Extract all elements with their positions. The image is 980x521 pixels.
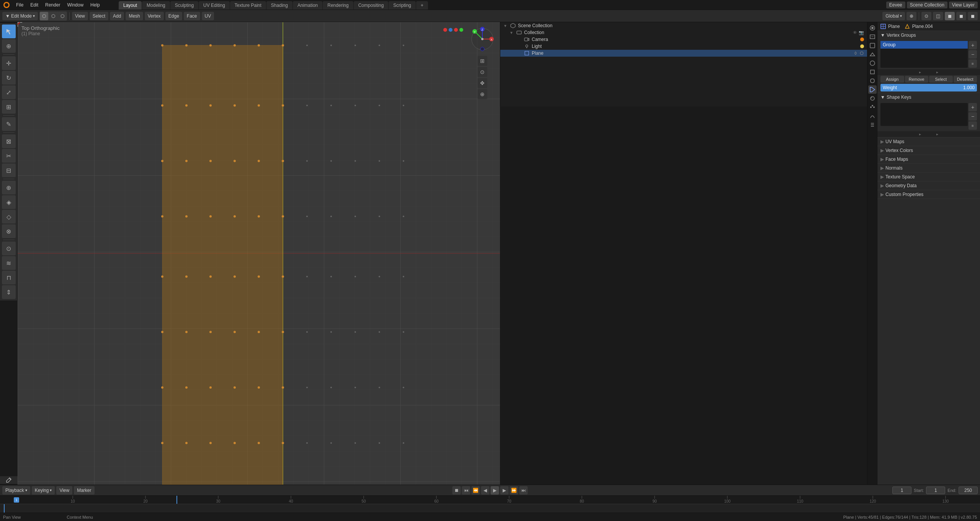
menu-window[interactable]: Window: [64, 2, 87, 8]
edge-mode-btn[interactable]: ⬡: [49, 12, 57, 20]
prop-tab-constraints[interactable]: [868, 121, 877, 129]
prop-tab-output[interactable]: [868, 33, 877, 41]
assign-btn[interactable]: Assign: [880, 76, 904, 83]
scene-selector[interactable]: Scene Collection: [907, 2, 947, 8]
bridge-tool-btn[interactable]: ⊗: [2, 224, 16, 238]
workspace-tab-sculpting[interactable]: Sculpting: [170, 1, 198, 10]
pan-btn[interactable]: ✥: [477, 78, 487, 88]
prev-keyframe-btn[interactable]: ⏪: [472, 486, 480, 495]
grid-view-btn[interactable]: ⊞: [477, 56, 487, 66]
next-frame-btn[interactable]: ▶: [500, 486, 509, 495]
remove-btn[interactable]: Remove: [905, 76, 929, 83]
viewport-3d[interactable]: Top Orthographic (1) Plane X Y Z ⊞: [18, 22, 500, 485]
uv-menu[interactable]: UV: [202, 12, 214, 20]
vertex-group-item-group[interactable]: Group: [880, 41, 968, 49]
vertex-groups-header[interactable]: ▼ Vertex Groups: [877, 31, 980, 39]
vg-list-expand-icon[interactable]: ▸: [919, 70, 921, 74]
vg-list-collapse-icon[interactable]: ▸: [936, 70, 938, 74]
prop-tab-data[interactable]: [868, 85, 877, 94]
collection-render-icon[interactable]: 📷: [859, 30, 864, 35]
jump-start-btn[interactable]: ⏮: [462, 486, 470, 495]
deselect-btn[interactable]: Deselect: [954, 76, 977, 83]
workspace-tab-scripting[interactable]: Scripting: [389, 1, 416, 10]
prev-frame-btn[interactable]: ◀: [481, 486, 490, 495]
blender-logo[interactable]: [2, 1, 11, 9]
shape-keys-header[interactable]: ▼ Shape Keys: [877, 93, 980, 101]
collection-eye-icon[interactable]: 👁: [853, 30, 857, 35]
prop-tab-material[interactable]: [868, 94, 877, 103]
prop-tab-physics[interactable]: [868, 112, 877, 120]
plane-visibility-icon[interactable]: [853, 51, 858, 56]
mode-selector[interactable]: ▼ Edit Mode: [2, 12, 38, 20]
menu-edit[interactable]: Edit: [27, 2, 41, 8]
overlay-btn[interactable]: ⊙: [921, 12, 931, 20]
vertex-menu[interactable]: Vertex: [145, 12, 164, 20]
playback-menu[interactable]: Playback: [2, 486, 30, 495]
workspace-tab-texturepaint[interactable]: Texture Paint: [230, 1, 266, 10]
frame-1-marker[interactable]: 1: [14, 497, 19, 503]
mesh-menu[interactable]: Mesh: [126, 12, 143, 20]
prop-tab-particles[interactable]: [868, 103, 877, 111]
prop-tab-world[interactable]: [868, 59, 877, 67]
viewport-gizmo[interactable]: X Y Z: [469, 25, 496, 53]
prop-tab-modifier[interactable]: [868, 77, 877, 85]
select-menu[interactable]: Select: [90, 12, 108, 20]
scale-tool-btn[interactable]: ⤢: [2, 85, 16, 99]
edge-menu[interactable]: Edge: [165, 12, 182, 20]
plane-select-icon[interactable]: [859, 51, 864, 56]
uv-maps-header[interactable]: ▶ UV Maps: [877, 137, 980, 146]
outliner-item-collection[interactable]: ▼ Collection 👁 📷: [500, 29, 867, 36]
annotate-tool-btn[interactable]: ✎: [2, 117, 16, 131]
zoom-btn[interactable]: ⊕: [477, 89, 487, 99]
viewport-shading-material[interactable]: ◼: [956, 12, 966, 20]
menu-help[interactable]: Help: [87, 2, 103, 8]
jump-end-btn[interactable]: ⏭: [519, 486, 528, 495]
start-frame-input[interactable]: [926, 487, 945, 494]
sk-add-btn[interactable]: +: [969, 103, 977, 111]
face-maps-header[interactable]: ▶ Face Maps: [877, 155, 980, 163]
outliner-item-scene-collection[interactable]: ▼ Scene Collection: [500, 22, 867, 29]
vertex-colors-header[interactable]: ▶ Vertex Colors: [877, 146, 980, 155]
prop-tab-view-layer[interactable]: [868, 41, 877, 50]
pivot-point-btn[interactable]: ⊕: [906, 12, 916, 20]
viewport-shading-render[interactable]: ◼: [968, 12, 978, 20]
vertex-mode-btn[interactable]: ⬡: [40, 12, 48, 20]
cursor-tool-btn[interactable]: ⊕: [2, 39, 16, 53]
play-btn[interactable]: ▶: [491, 486, 499, 495]
bisect-tool-btn[interactable]: ⊟: [2, 163, 16, 177]
spin-tool-btn[interactable]: ⊙: [2, 242, 16, 255]
smooth-tool-btn[interactable]: ≋: [2, 256, 16, 270]
normals-header[interactable]: ▶ Normals: [877, 164, 980, 172]
outliner-item-plane[interactable]: Plane: [500, 50, 867, 57]
view-menu-tl[interactable]: View: [56, 486, 72, 495]
sk-expand-icon[interactable]: ▸: [919, 132, 921, 136]
sk-menu-btn[interactable]: ≡: [969, 121, 977, 130]
keying-menu[interactable]: Keying: [32, 486, 55, 495]
vg-menu-btn[interactable]: ≡: [969, 59, 977, 68]
face-mode-btn[interactable]: ⬡: [58, 12, 67, 20]
add-menu[interactable]: Add: [110, 12, 124, 20]
outliner-item-light[interactable]: Light: [500, 43, 867, 50]
transform-orientation-selector[interactable]: Global: [882, 12, 905, 20]
knife-tool-btn[interactable]: ✂: [2, 149, 16, 163]
orbit-btn[interactable]: ⊙: [477, 67, 487, 77]
end-frame-input[interactable]: [959, 487, 978, 494]
view-layer-selector[interactable]: View Layer: [949, 2, 978, 8]
transform-tool-btn[interactable]: ⊞: [2, 100, 16, 114]
custom-properties-header[interactable]: ▶ Custom Properties: [877, 190, 980, 199]
view-menu[interactable]: View: [72, 12, 88, 20]
slide-relax-tool-btn[interactable]: ⊓: [2, 271, 16, 284]
prop-tab-render[interactable]: [868, 24, 877, 32]
geometry-data-header[interactable]: ▶ Geometry Data: [877, 181, 980, 190]
prop-tab-object[interactable]: [868, 68, 877, 76]
extrude-tool-btn[interactable]: ⊕: [2, 181, 16, 194]
weight-field[interactable]: Weight 1.000: [880, 84, 977, 91]
move-tool-btn[interactable]: ✛: [2, 56, 16, 70]
inset-tool-btn[interactable]: ◈: [2, 195, 16, 209]
current-frame-input[interactable]: [892, 487, 911, 494]
select-tool-btn[interactable]: [2, 24, 16, 38]
viewport-shading-wire[interactable]: ◫: [933, 12, 943, 20]
face-menu[interactable]: Face: [184, 12, 200, 20]
outliner-item-camera[interactable]: Camera: [500, 36, 867, 43]
rotate-tool-btn[interactable]: ↻: [2, 71, 16, 85]
